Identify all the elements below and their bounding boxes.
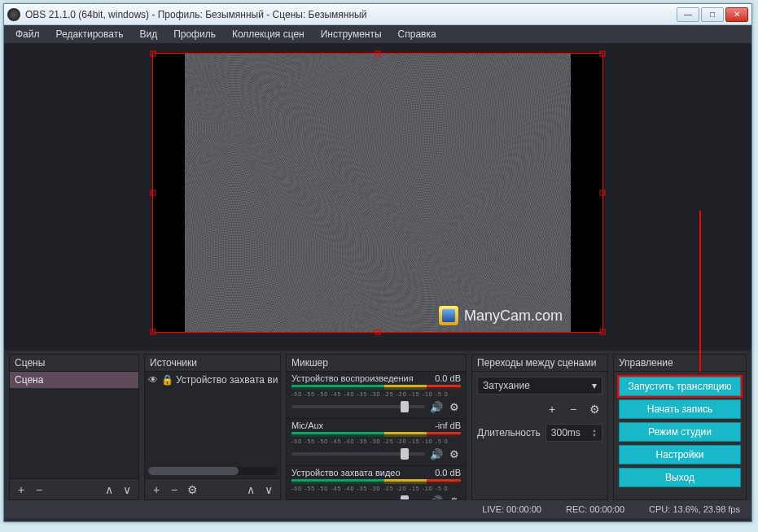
status-bar: LIVE: 00:00:00 REC: 00:00:00 CPU: 13.6%,…: [4, 500, 751, 518]
channel-level: 0.0 dB: [435, 468, 461, 477]
window-title: OBS 21.1.0 (64bit, windows) - Профиль: Б…: [25, 9, 677, 20]
gear-icon[interactable]: ⚙: [448, 447, 461, 460]
controls-header: Управление: [614, 355, 746, 372]
app-window: OBS 21.1.0 (64bit, windows) - Профиль: Б…: [3, 3, 752, 522]
menu-bar: Файл Редактировать Вид Профиль Коллекция…: [4, 25, 751, 43]
exit-button[interactable]: Выход: [619, 468, 741, 487]
duration-label: Длительность: [477, 427, 541, 438]
source-label: Устройство захвата ви: [176, 374, 278, 386]
sources-tools: + − ⚙ ∧ ∨: [145, 478, 280, 499]
preview-canvas[interactable]: ManyCam.com: [152, 53, 603, 333]
menu-view[interactable]: Вид: [133, 27, 164, 41]
transition-value: Затухание: [483, 380, 530, 391]
meter-ticks: -60 -55 -50 -45 -40 -35 -30 -25 -20 -15 …: [291, 438, 461, 444]
meter-ticks: -60 -55 -50 -45 -40 -35 -30 -25 -20 -15 …: [291, 486, 461, 491]
scene-down-button[interactable]: ∨: [119, 482, 135, 498]
gear-icon[interactable]: ⚙: [448, 400, 461, 413]
maximize-button[interactable]: □: [701, 7, 724, 22]
scenes-tools: + − ∧ ∨: [10, 478, 138, 499]
menu-file[interactable]: Файл: [9, 27, 46, 41]
transitions-panel: Переходы между сценами Затухание ▾ + − ⚙…: [471, 354, 608, 500]
source-item[interactable]: 👁 🔒 Устройство захвата ви: [145, 372, 280, 388]
duration-input[interactable]: 300ms ▲▼: [545, 424, 602, 442]
volume-slider[interactable]: [291, 452, 425, 456]
menu-tools[interactable]: Инструменты: [314, 27, 388, 41]
sources-panel: Источники 👁 🔒 Устройство захвата ви + − …: [144, 354, 281, 500]
window-buttons: — □ ✕: [677, 7, 748, 22]
level-meter: [291, 432, 461, 437]
visibility-icon[interactable]: 👁: [148, 374, 158, 386]
mixer-channel: Устройство захвата видео0.0 dB-60 -55 -5…: [287, 466, 466, 499]
add-source-button[interactable]: +: [148, 482, 164, 498]
menu-scene-collection[interactable]: Коллекция сцен: [226, 27, 311, 41]
annotation-arrow: [699, 211, 701, 390]
titlebar: OBS 21.1.0 (64bit, windows) - Профиль: Б…: [4, 4, 751, 25]
add-scene-button[interactable]: +: [13, 482, 29, 498]
volume-slider[interactable]: [291, 405, 425, 408]
settings-button[interactable]: Настройки: [619, 445, 741, 464]
close-button[interactable]: ✕: [725, 7, 748, 22]
transition-select[interactable]: Затухание ▾: [477, 377, 602, 395]
level-meter: [291, 385, 461, 390]
level-meter: [291, 479, 461, 484]
minimize-button[interactable]: —: [677, 7, 699, 22]
start-record-button[interactable]: Начать запись: [619, 399, 741, 419]
channel-name: Устройство захвата видео: [291, 468, 401, 477]
mixer-header: Микшер: [287, 355, 466, 372]
channel-name: Устройство воспроизведения: [291, 373, 414, 383]
add-transition-button[interactable]: +: [544, 401, 560, 417]
scenes-panel: Сцены Сцена + − ∧ ∨: [9, 354, 139, 500]
mixer-channel: Mic/Aux-inf dB-60 -55 -50 -45 -40 -35 -3…: [287, 419, 466, 466]
lock-icon[interactable]: 🔒: [161, 374, 173, 386]
status-rec: REC: 00:00:00: [566, 504, 624, 514]
controls-body: Запустить трансляцию Начать запись Режим…: [614, 372, 746, 499]
status-cpu: CPU: 13.6%, 23.98 fps: [649, 504, 740, 514]
menu-profile[interactable]: Профиль: [167, 27, 222, 41]
transitions-header: Переходы между сценами: [472, 355, 607, 372]
scene-up-button[interactable]: ∧: [101, 482, 117, 498]
speaker-icon[interactable]: 🔊: [430, 447, 443, 460]
channel-level: 0.0 dB: [435, 373, 461, 383]
preview-area: ManyCam.com: [4, 43, 751, 351]
source-down-button[interactable]: ∨: [261, 482, 277, 498]
mixer-panel: Микшер Устройство воспроизведения0.0 dB-…: [286, 354, 467, 500]
transition-settings-button[interactable]: ⚙: [586, 401, 602, 417]
controls-panel: Управление Запустить трансляцию Начать з…: [613, 354, 747, 500]
remove-source-button[interactable]: −: [166, 482, 182, 498]
mixer-channel: Устройство воспроизведения0.0 dB-60 -55 …: [287, 372, 466, 419]
channel-level: -inf dB: [435, 421, 461, 430]
spinner-icon[interactable]: ▲▼: [592, 428, 597, 438]
watermark-text: ManyCam.com: [464, 307, 563, 325]
video-feed: ManyCam.com: [185, 53, 571, 333]
chevron-down-icon: ▾: [592, 380, 597, 391]
scenes-list[interactable]: Сцена: [10, 372, 138, 478]
status-live: LIVE: 00:00:00: [482, 504, 541, 514]
source-settings-button[interactable]: ⚙: [184, 482, 200, 498]
manycam-icon: [438, 305, 459, 326]
source-up-button[interactable]: ∧: [243, 482, 259, 498]
sources-header: Источники: [145, 355, 280, 372]
speaker-icon[interactable]: 🔊: [430, 495, 443, 499]
gear-icon[interactable]: ⚙: [448, 495, 461, 499]
studio-mode-button[interactable]: Режим студии: [619, 422, 741, 442]
remove-transition-button[interactable]: −: [565, 401, 581, 417]
start-stream-button[interactable]: Запустить трансляцию: [619, 377, 741, 396]
remove-scene-button[interactable]: −: [31, 482, 47, 498]
speaker-icon[interactable]: 🔊: [430, 400, 443, 413]
transitions-body: Затухание ▾ + − ⚙ Длительность 300ms ▲▼: [472, 372, 607, 499]
meter-ticks: -60 -55 -50 -45 -40 -35 -30 -25 -20 -15 …: [291, 391, 461, 397]
menu-help[interactable]: Справка: [392, 27, 443, 41]
mixer-body: Устройство воспроизведения0.0 dB-60 -55 …: [287, 372, 466, 499]
menu-edit[interactable]: Редактировать: [50, 27, 130, 41]
scene-item[interactable]: Сцена: [10, 372, 138, 388]
bottom-panels: Сцены Сцена + − ∧ ∨ Источники 👁 🔒 Устрой…: [4, 351, 751, 500]
channel-name: Mic/Aux: [291, 421, 323, 430]
duration-value: 300ms: [551, 427, 581, 438]
sources-list[interactable]: 👁 🔒 Устройство захвата ви: [145, 372, 280, 478]
sources-scrollbar[interactable]: [148, 467, 277, 475]
obs-logo-icon: [7, 8, 20, 21]
scenes-header: Сцены: [10, 355, 138, 372]
